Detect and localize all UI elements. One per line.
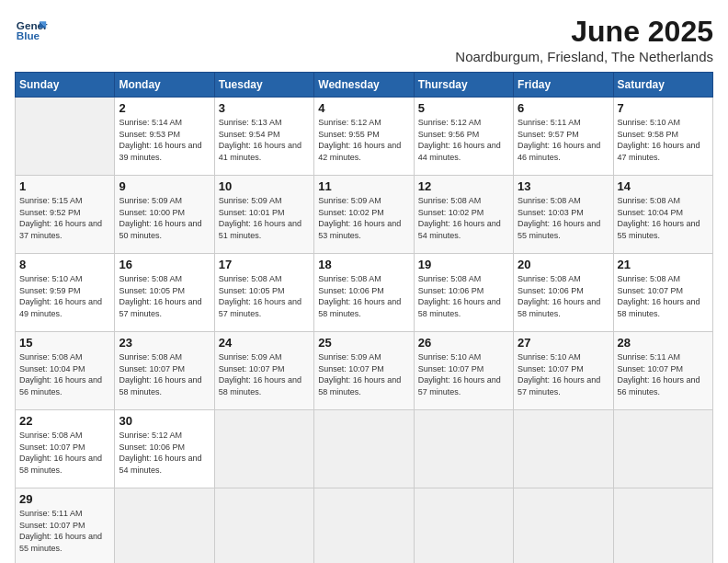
empty-cell [314,410,414,488]
day-cell-14: 14 Sunrise: 5:08 AMSunset: 10:04 PMDayli… [613,176,712,254]
day-info: Sunrise: 5:12 AMSunset: 9:55 PMDaylight:… [318,117,409,163]
day-info: Sunrise: 5:09 AMSunset: 10:00 PMDaylight… [119,195,210,241]
day-info: Sunrise: 5:08 AMSunset: 10:07 PMDaylight… [119,351,210,397]
week-row-5: 22 Sunrise: 5:08 AMSunset: 10:07 PMDayli… [16,410,713,488]
day-cell-10: 10 Sunrise: 5:09 AMSunset: 10:01 PMDayli… [214,176,313,254]
day-cell-3: 3 Sunrise: 5:13 AMSunset: 9:54 PMDayligh… [214,98,313,176]
day-info: Sunrise: 5:08 AMSunset: 10:06 PMDaylight… [418,273,509,319]
calendar-title: June 2025 [455,15,713,49]
svg-text:Blue: Blue [17,29,40,41]
day-cell-4: 4 Sunrise: 5:12 AMSunset: 9:55 PMDayligh… [314,98,414,176]
day-cell-1: 1 Sunrise: 5:15 AMSunset: 9:52 PMDayligh… [16,176,115,254]
day-cell-27: 27 Sunrise: 5:10 AMSunset: 10:07 PMDayli… [514,332,613,410]
day-info: Sunrise: 5:10 AMSunset: 9:59 PMDaylight:… [19,273,110,319]
empty-cell [414,488,513,564]
empty-cell [16,98,115,176]
day-info: Sunrise: 5:09 AMSunset: 10:01 PMDaylight… [219,195,310,241]
day-number: 13 [518,179,609,193]
day-info: Sunrise: 5:08 AMSunset: 10:06 PMDaylight… [318,273,409,319]
day-number: 5 [418,101,509,115]
header-wednesday: Wednesday [314,73,414,98]
empty-cell [514,410,613,488]
day-number: 15 [19,336,110,350]
empty-cell [314,488,414,564]
day-number: 17 [219,258,310,271]
day-info: Sunrise: 5:12 AMSunset: 9:56 PMDaylight:… [418,117,509,163]
day-cell-2: 2 Sunrise: 5:14 AMSunset: 9:53 PMDayligh… [115,98,214,176]
day-number: 10 [219,179,310,193]
day-cell-19: 19 Sunrise: 5:08 AMSunset: 10:06 PMDayli… [414,254,513,332]
empty-cell [414,410,513,488]
day-number: 14 [618,179,709,193]
day-info: Sunrise: 5:08 AMSunset: 10:05 PMDaylight… [219,273,310,319]
day-info: Sunrise: 5:09 AMSunset: 10:07 PMDaylight… [219,351,310,397]
weekday-header-row: Sunday Monday Tuesday Wednesday Thursday… [16,73,713,98]
week-row-2: 1 Sunrise: 5:15 AMSunset: 9:52 PMDayligh… [16,176,713,254]
day-cell-26: 26 Sunrise: 5:10 AMSunset: 10:07 PMDayli… [414,332,513,410]
header-saturday: Saturday [613,73,712,98]
day-number: 29 [19,492,110,506]
day-cell-16: 16 Sunrise: 5:08 AMSunset: 10:05 PMDayli… [115,254,214,332]
week-row-4: 15 Sunrise: 5:08 AMSunset: 10:04 PMDayli… [16,332,713,410]
week-row-1: 2 Sunrise: 5:14 AMSunset: 9:53 PMDayligh… [16,98,713,176]
day-info: Sunrise: 5:12 AMSunset: 10:06 PMDaylight… [119,430,210,476]
page-container: General Blue June 2025 Noardburgum, Frie… [15,15,713,563]
day-number: 23 [119,336,210,350]
day-cell-30: 30 Sunrise: 5:12 AMSunset: 10:06 PMDayli… [115,410,214,488]
day-cell-5: 5 Sunrise: 5:12 AMSunset: 9:56 PMDayligh… [414,98,513,176]
logo: General Blue [15,15,48,48]
day-info: Sunrise: 5:08 AMSunset: 10:07 PMDaylight… [618,273,709,319]
day-info: Sunrise: 5:08 AMSunset: 10:07 PMDaylight… [19,430,110,476]
day-number: 1 [19,179,110,193]
day-info: Sunrise: 5:08 AMSunset: 10:05 PMDaylight… [119,273,210,319]
week-row-6: 29 Sunrise: 5:11 AMSunset: 10:07 PMDayli… [16,488,713,564]
day-number: 9 [119,179,210,193]
day-number: 28 [618,336,709,350]
header-sunday: Sunday [16,73,115,98]
calendar-table: Sunday Monday Tuesday Wednesday Thursday… [15,72,713,563]
day-number: 21 [618,258,709,271]
day-cell-23: 23 Sunrise: 5:08 AMSunset: 10:07 PMDayli… [115,332,214,410]
day-cell-11: 11 Sunrise: 5:09 AMSunset: 10:02 PMDayli… [314,176,414,254]
day-cell-6: 6 Sunrise: 5:11 AMSunset: 9:57 PMDayligh… [514,98,613,176]
day-info: Sunrise: 5:11 AMSunset: 10:07 PMDaylight… [19,508,110,554]
day-info: Sunrise: 5:14 AMSunset: 9:53 PMDaylight:… [119,117,210,163]
day-number: 19 [418,258,509,271]
day-info: Sunrise: 5:10 AMSunset: 10:07 PMDaylight… [418,351,509,397]
logo-icon: General Blue [15,15,48,48]
title-section: June 2025 Noardburgum, Friesland, The Ne… [455,15,713,64]
day-number: 27 [518,336,609,350]
day-info: Sunrise: 5:08 AMSunset: 10:02 PMDaylight… [418,195,509,241]
day-cell-24: 24 Sunrise: 5:09 AMSunset: 10:07 PMDayli… [214,332,313,410]
day-cell-28: 28 Sunrise: 5:11 AMSunset: 10:07 PMDayli… [613,332,712,410]
day-info: Sunrise: 5:13 AMSunset: 9:54 PMDaylight:… [219,117,310,163]
day-number: 11 [318,179,409,193]
day-number: 2 [119,101,210,115]
day-cell-22: 22 Sunrise: 5:08 AMSunset: 10:07 PMDayli… [16,410,115,488]
empty-cell [514,488,613,564]
day-number: 3 [219,101,310,115]
calendar-subtitle: Noardburgum, Friesland, The Netherlands [455,49,713,64]
day-info: Sunrise: 5:09 AMSunset: 10:07 PMDaylight… [318,351,409,397]
header-tuesday: Tuesday [214,73,313,98]
day-number: 20 [518,258,609,271]
day-info: Sunrise: 5:10 AMSunset: 9:58 PMDaylight:… [618,117,709,163]
week-row-3: 8 Sunrise: 5:10 AMSunset: 9:59 PMDayligh… [16,254,713,332]
day-info: Sunrise: 5:11 AMSunset: 9:57 PMDaylight:… [518,117,609,163]
day-cell-9: 9 Sunrise: 5:09 AMSunset: 10:00 PMDaylig… [115,176,214,254]
day-cell-20: 20 Sunrise: 5:08 AMSunset: 10:06 PMDayli… [514,254,613,332]
day-number: 30 [119,414,210,428]
day-cell-7: 7 Sunrise: 5:10 AMSunset: 9:58 PMDayligh… [613,98,712,176]
day-number: 8 [19,258,110,271]
header: General Blue June 2025 Noardburgum, Frie… [15,15,713,64]
day-number: 26 [418,336,509,350]
day-info: Sunrise: 5:10 AMSunset: 10:07 PMDaylight… [518,351,609,397]
empty-cell [115,488,214,564]
day-number: 22 [19,414,110,428]
day-cell-15: 15 Sunrise: 5:08 AMSunset: 10:04 PMDayli… [16,332,115,410]
empty-cell [214,488,313,564]
empty-cell [214,410,313,488]
header-friday: Friday [514,73,613,98]
day-info: Sunrise: 5:09 AMSunset: 10:02 PMDaylight… [318,195,409,241]
day-number: 4 [318,101,409,115]
